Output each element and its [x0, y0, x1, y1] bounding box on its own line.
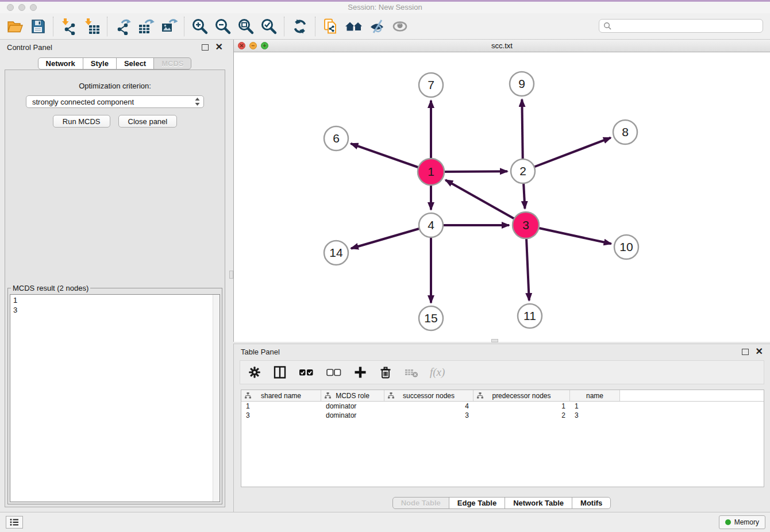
close-panel-button[interactable]: Close panel: [118, 115, 178, 128]
table-row[interactable]: 3dominator323: [241, 411, 764, 420]
import-network-button[interactable]: [57, 15, 80, 38]
table-cell[interactable]: dominator: [321, 411, 384, 419]
column-header-MCDS-role[interactable]: MCDS role: [321, 390, 384, 401]
network-minimize-button[interactable]: −: [249, 42, 257, 49]
column-header-label: predecessor nodes: [492, 392, 550, 400]
splitter-grip-horizontal[interactable]: [491, 339, 498, 342]
close-table-panel-icon[interactable]: ✕: [756, 349, 763, 354]
table-row[interactable]: 1dominator411: [241, 402, 764, 411]
float-table-panel-icon[interactable]: [742, 349, 749, 355]
table-settings-button[interactable]: [247, 365, 262, 380]
optimization-criterion-select[interactable]: strongly connected component: [26, 95, 204, 108]
apply-layout-button[interactable]: [288, 15, 311, 38]
clone-network-button[interactable]: [319, 15, 342, 38]
graph-node-label: 7: [428, 78, 434, 91]
save-session-button[interactable]: [26, 15, 49, 38]
graph-node-8[interactable]: 8: [613, 120, 637, 144]
optimization-criterion-label: Optimization criterion:: [5, 82, 225, 90]
graph-node-15[interactable]: 15: [419, 306, 443, 330]
tab-network-table[interactable]: Network Table: [505, 497, 572, 509]
zoom-selected-button[interactable]: [257, 15, 280, 38]
export-table-button[interactable]: [134, 15, 157, 38]
network-maximize-button[interactable]: +: [261, 42, 268, 49]
select-all-columns-button[interactable]: [298, 365, 315, 380]
function-builder-icon[interactable]: f(x): [430, 366, 445, 379]
show-details-button[interactable]: [388, 15, 411, 38]
column-header-successor-nodes[interactable]: successor nodes: [384, 390, 473, 401]
delete-column-button[interactable]: [378, 365, 393, 380]
delete-table-button[interactable]: [403, 365, 419, 380]
memory-button[interactable]: Memory: [719, 515, 765, 529]
zoom-fit-button[interactable]: [234, 15, 257, 38]
table-cell[interactable]: 2: [473, 411, 570, 419]
toolbar-separator: [53, 17, 54, 36]
export-image-icon: [160, 18, 178, 35]
zoom-out-button[interactable]: [211, 15, 234, 38]
table-cell[interactable]: 1: [473, 402, 570, 410]
tab-node-table[interactable]: Node Table: [392, 497, 449, 509]
table-cell[interactable]: 3: [570, 411, 620, 419]
import-table-button[interactable]: [80, 15, 103, 38]
tab-mcds[interactable]: MCDS: [153, 57, 191, 70]
search-input[interactable]: [612, 21, 759, 31]
tab-edge-table[interactable]: Edge Table: [449, 497, 505, 509]
graph-node-11[interactable]: 11: [518, 304, 542, 328]
task-history-button[interactable]: [6, 516, 23, 529]
window-minimize-button[interactable]: [18, 4, 25, 11]
close-panel-icon[interactable]: ✕: [215, 44, 223, 50]
column-sort-icon: [477, 392, 483, 399]
table-cell[interactable]: dominator: [321, 402, 384, 410]
application-window: Session: New Session: [0, 0, 770, 532]
hide-details-button[interactable]: [365, 15, 388, 38]
column-layout-button[interactable]: [272, 365, 287, 380]
mcds-result-text[interactable]: 1 3: [10, 294, 220, 502]
export-network-button[interactable]: [111, 15, 134, 38]
export-image-button[interactable]: [157, 15, 180, 38]
network-canvas[interactable]: 7968124314101511: [234, 52, 770, 342]
tab-network[interactable]: Network: [38, 57, 83, 70]
search-icon: [603, 22, 612, 30]
graph-node-label: 9: [518, 77, 525, 90]
graph-node-label: 15: [424, 311, 437, 325]
table-cell[interactable]: 3: [241, 411, 321, 419]
graph-node-14[interactable]: 14: [324, 241, 348, 265]
toolbar-separator: [184, 17, 185, 36]
first-neighbors-button[interactable]: [342, 15, 365, 38]
column-sort-icon: [388, 392, 394, 399]
window-close-button[interactable]: [7, 4, 14, 11]
zoom-in-button[interactable]: [188, 15, 211, 38]
tab-select[interactable]: Select: [116, 57, 154, 70]
export-table-icon: [137, 18, 155, 35]
network-window-titlebar: ✕ − + scc.txt: [234, 40, 770, 52]
graph-node-2[interactable]: 2: [511, 159, 535, 183]
tab-motifs[interactable]: Motifs: [572, 497, 611, 509]
main-toolbar: [0, 13, 770, 40]
result-scrollbar[interactable]: [213, 295, 220, 502]
graph-node-10[interactable]: 10: [614, 235, 638, 259]
open-session-button[interactable]: [3, 15, 26, 38]
run-mcds-button[interactable]: Run MCDS: [53, 115, 110, 128]
network-close-button[interactable]: ✕: [238, 42, 245, 49]
graph-node-6[interactable]: 6: [324, 126, 348, 151]
graph-node-7[interactable]: 7: [419, 73, 443, 97]
table-cell[interactable]: 1: [241, 402, 321, 410]
column-header-predecessor-nodes[interactable]: predecessor nodes: [473, 390, 570, 401]
graph-node-1[interactable]: 1: [418, 159, 444, 185]
graph-node-4[interactable]: 4: [419, 213, 443, 237]
graph-edge-2-8[interactable]: [523, 138, 611, 171]
table-cell[interactable]: 3: [384, 411, 473, 419]
column-header-shared-name[interactable]: shared name: [241, 390, 321, 401]
splitter-grip-vertical[interactable]: [229, 271, 233, 279]
float-panel-icon[interactable]: [202, 44, 209, 51]
graph-node-9[interactable]: 9: [510, 72, 534, 96]
window-zoom-button[interactable]: [30, 4, 37, 11]
table-cell[interactable]: 4: [384, 402, 473, 410]
graph-node-3[interactable]: 3: [513, 212, 539, 238]
deselect-all-columns-button[interactable]: [325, 365, 342, 380]
table-cell[interactable]: 1: [570, 402, 620, 410]
tab-style[interactable]: Style: [83, 57, 117, 70]
clone-network-icon: [322, 18, 340, 35]
column-header-name[interactable]: name: [570, 390, 620, 401]
create-column-button[interactable]: [353, 365, 368, 380]
memory-status-icon: [725, 519, 731, 525]
